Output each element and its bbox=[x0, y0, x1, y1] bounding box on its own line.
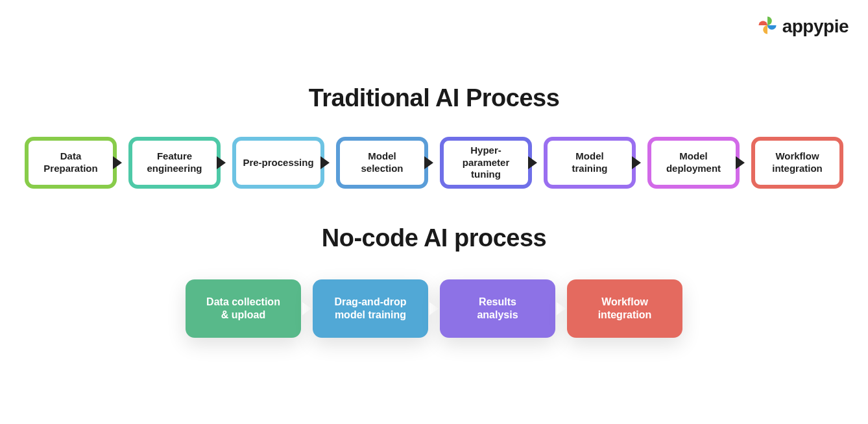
flow-arrow-icon bbox=[736, 156, 745, 169]
flow-arrow-icon bbox=[302, 302, 311, 315]
flow-arrow-icon bbox=[632, 156, 641, 169]
nocode-step-2: Drag-and-drop model training bbox=[313, 279, 428, 338]
step-label: Data collection & upload bbox=[206, 296, 280, 322]
step-label: Model selection bbox=[361, 150, 403, 175]
step-label: Pre-processing bbox=[243, 157, 313, 169]
traditional-ai-heading: Traditional AI Process bbox=[0, 84, 868, 112]
step-label: Data Preparation bbox=[43, 150, 97, 175]
step-label: Workflow integration bbox=[598, 296, 652, 322]
flow-arrow-icon bbox=[429, 302, 439, 315]
traditional-step-3: Pre-processing bbox=[232, 137, 324, 189]
brand-logo: appypie bbox=[756, 14, 849, 39]
step-label: Workflow integration bbox=[772, 150, 823, 175]
nocode-step-3: Results analysis bbox=[440, 279, 555, 338]
flow-arrow-icon bbox=[320, 156, 330, 169]
brand-logo-text: appypie bbox=[782, 16, 849, 37]
step-label: Drag-and-drop model training bbox=[334, 296, 406, 322]
traditional-step-5: Hyper- parameter tuning bbox=[440, 137, 532, 189]
step-label: Hyper- parameter tuning bbox=[463, 145, 510, 181]
step-label: Model deployment bbox=[666, 150, 721, 175]
flow-arrow-icon bbox=[557, 302, 566, 315]
step-label: Results analysis bbox=[477, 296, 518, 322]
flow-arrow-icon bbox=[217, 156, 226, 169]
step-label: Model training bbox=[572, 150, 608, 175]
nocode-step-1: Data collection & upload bbox=[186, 279, 301, 338]
flow-arrow-icon bbox=[528, 156, 537, 169]
nocode-step-4: Workflow integration bbox=[567, 279, 682, 338]
traditional-step-6: Model training bbox=[544, 137, 636, 189]
step-label: Feature engineering bbox=[147, 150, 202, 175]
traditional-step-7: Model deployment bbox=[647, 137, 740, 189]
traditional-step-4: Model selection bbox=[336, 137, 428, 189]
nocode-ai-flow: Data collection & uploadDrag-and-drop mo… bbox=[0, 279, 868, 338]
traditional-step-2: Feature engineering bbox=[128, 137, 221, 189]
flow-arrow-icon bbox=[424, 156, 433, 169]
traditional-ai-flow: Data PreparationFeature engineeringPre-p… bbox=[0, 137, 868, 189]
nocode-ai-heading: No-code AI process bbox=[0, 224, 868, 252]
traditional-step-8: Workflow integration bbox=[751, 137, 843, 189]
flow-arrow-icon bbox=[113, 156, 122, 169]
traditional-step-1: Data Preparation bbox=[25, 137, 117, 189]
appypie-logo-icon bbox=[756, 14, 778, 39]
